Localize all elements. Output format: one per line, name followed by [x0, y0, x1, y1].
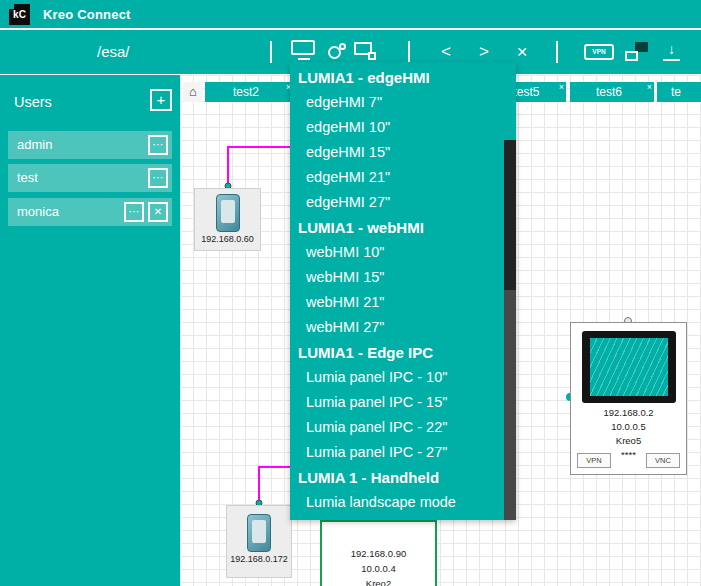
tab-label: test6 [570, 82, 654, 102]
pc-sub-shape [368, 52, 376, 60]
add-user-button[interactable]: + [150, 89, 172, 111]
tab-label: test2 [205, 82, 293, 102]
dropdown-item[interactable]: webHMI 15" [290, 265, 516, 290]
tab-label: te [657, 82, 701, 102]
dropdown-item[interactable]: Lumia panel IPC - 27" [290, 440, 516, 465]
dropdown-item[interactable]: Lumia landscape mode [290, 490, 516, 515]
hmi-device-icon [247, 514, 271, 552]
download-icon[interactable]: ↓ [663, 41, 680, 61]
dropdown-item[interactable]: Lumia panel IPC - 22" [290, 415, 516, 440]
user-menu-button[interactable]: ⋯ [148, 168, 168, 188]
kreo2-node[interactable]: 192.168.0.90 10.0.0.4 Kreo2 [320, 520, 437, 586]
forward-icon[interactable]: > [476, 43, 492, 60]
user-name: monica [17, 198, 59, 226]
user-menu-button[interactable]: ⋯ [124, 202, 144, 222]
devices-overlap-icon[interactable] [625, 42, 648, 61]
device-type-dropdown: LUMIA1 - edgeHMI edgeHMI 7" edgeHMI 10" … [290, 62, 516, 520]
dropdown-item[interactable]: webHMI 21" [290, 290, 516, 315]
dropdown-item[interactable]: Lumia panel IPC - 15" [290, 390, 516, 415]
user-row-admin[interactable]: admin ⋯ [8, 131, 172, 159]
user-name: test [17, 164, 38, 192]
breadcrumb-path: /esa/ [97, 30, 130, 74]
node-ip-label: 192.168.0.2 [571, 407, 686, 418]
title-bar: kC Kreo Connect [0, 0, 701, 29]
vpn-icon[interactable]: VPN [584, 44, 614, 60]
device-node-1[interactable]: 192.168.0.60 [194, 188, 261, 251]
tab-close-icon[interactable]: × [559, 82, 564, 93]
delete-icon[interactable]: ✕ [514, 44, 530, 60]
users-title: Users [14, 94, 52, 110]
dropdown-item[interactable]: edgeHMI 10" [290, 115, 516, 140]
back-icon[interactable]: < [438, 43, 454, 60]
dropdown-item[interactable]: edgeHMI 7" [290, 90, 516, 115]
dropdown-item[interactable]: webHMI 27" [290, 315, 516, 340]
tab-close-icon[interactable]: × [647, 82, 652, 93]
dropdown-item[interactable]: webHMI 10" [290, 240, 516, 265]
dropdown-group-header: LUMIA1 - webHMI [290, 215, 516, 240]
hmi-device-icon [216, 194, 240, 232]
dropdown-group-header: LUMIA 1 - Handheld [290, 465, 516, 490]
app-logo: kC [9, 4, 30, 25]
app-window: kC Kreo Connect /esa/ < > ✕ VPN ↓ Use [0, 0, 701, 586]
add-gateway-icon[interactable] [328, 43, 346, 59]
dropdown-item[interactable]: Lumia panel IPC - 10" [290, 365, 516, 390]
tab-te[interactable]: te [657, 82, 701, 102]
dropdown-group-header: LUMIA1 - edgeHMI [290, 65, 516, 90]
node-name-label: Kreo2 [322, 578, 435, 586]
node-ip2-label: 10.0.0.5 [571, 421, 686, 432]
user-menu-button[interactable]: ⋯ [148, 135, 168, 155]
user-row-test[interactable]: test ⋯ [8, 164, 172, 192]
toolbar-divider [270, 41, 272, 63]
tab-test2[interactable]: test2 × [205, 82, 293, 102]
vpn-button[interactable]: VPN [577, 453, 611, 468]
user-delete-button[interactable]: ✕ [148, 202, 168, 222]
tab-test6[interactable]: test6 × [570, 82, 654, 102]
node-name-label: Kreo5 [571, 435, 686, 446]
node-ip-label: 192.168.0.60 [195, 234, 260, 244]
dropdown-item[interactable]: edgeHMI 15" [290, 140, 516, 165]
user-row-monica[interactable]: monica ⋯ ✕ [8, 198, 172, 226]
kreo5-node[interactable]: 192.168.0.2 10.0.0.5 Kreo5 **** VPN VNC [570, 322, 687, 475]
dropdown-scrollbar[interactable] [504, 140, 516, 520]
monitor-base-shape [298, 58, 310, 60]
node-ip-label: 192.168.0.172 [227, 554, 291, 564]
dropdown-scrollbar-thumb[interactable] [504, 140, 516, 290]
toolbar-divider [556, 41, 558, 63]
users-sidebar: Users + admin ⋯ test ⋯ monica ⋯ ✕ [0, 75, 180, 586]
dropdown-item[interactable]: edgeHMI 27" [290, 190, 516, 215]
dropdown-group-header: LUMIA1 - Edge IPC [290, 340, 516, 365]
node-ip-label: 192.168.0.90 [322, 548, 435, 559]
monitor-screen [590, 338, 668, 396]
add-hmi-device-icon[interactable] [291, 40, 317, 62]
monitor-screen-shape [291, 40, 315, 55]
monitor-device-icon [582, 331, 676, 403]
toolbar-divider [408, 41, 410, 63]
vnc-button[interactable]: VNC [646, 453, 680, 468]
device-node-2[interactable]: 192.168.0.172 [226, 505, 292, 578]
tab-home[interactable]: ⌂ [183, 82, 203, 102]
front-square-shape [625, 51, 638, 61]
small-circle-shape [339, 43, 346, 50]
node-ip2-label: 10.0.0.4 [322, 563, 435, 574]
add-pc-device-icon[interactable] [354, 42, 376, 60]
dropdown-item[interactable]: edgeHMI 21" [290, 165, 516, 190]
app-title: Kreo Connect [43, 7, 131, 22]
user-name: admin [17, 131, 52, 159]
